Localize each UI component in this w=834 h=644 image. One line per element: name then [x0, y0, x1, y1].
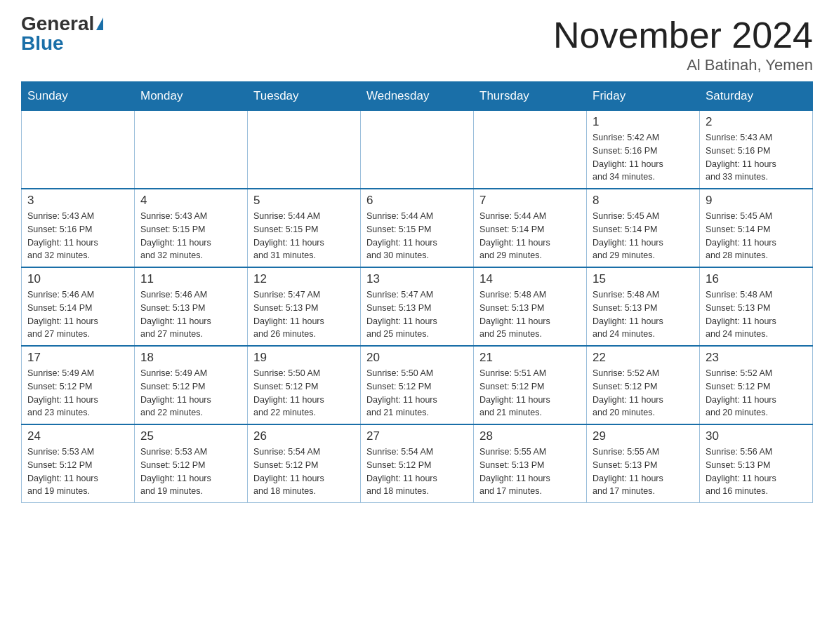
calendar-cell: 19Sunrise: 5:50 AM Sunset: 5:12 PM Dayli…: [248, 346, 361, 424]
calendar-cell: [248, 111, 361, 189]
day-number: 6: [366, 194, 468, 208]
day-info: Sunrise: 5:49 AM Sunset: 5:12 PM Dayligh…: [27, 367, 128, 420]
day-number: 5: [253, 194, 355, 208]
calendar-table: SundayMondayTuesdayWednesdayThursdayFrid…: [21, 81, 813, 503]
day-number: 20: [366, 351, 468, 365]
calendar-cell: 2Sunrise: 5:43 AM Sunset: 5:16 PM Daylig…: [700, 111, 813, 189]
day-info: Sunrise: 5:43 AM Sunset: 5:16 PM Dayligh…: [27, 210, 128, 262]
calendar-cell: 3Sunrise: 5:43 AM Sunset: 5:16 PM Daylig…: [22, 189, 135, 267]
day-number: 24: [27, 429, 128, 443]
calendar-cell: 10Sunrise: 5:46 AM Sunset: 5:14 PM Dayli…: [22, 267, 135, 346]
calendar-cell: 6Sunrise: 5:44 AM Sunset: 5:15 PM Daylig…: [361, 189, 474, 267]
day-number: 26: [253, 429, 355, 443]
location: Al Batinah, Yemen: [553, 56, 813, 74]
day-info: Sunrise: 5:53 AM Sunset: 5:12 PM Dayligh…: [140, 445, 241, 498]
logo-triangle-icon: [96, 18, 103, 30]
day-info: Sunrise: 5:44 AM Sunset: 5:15 PM Dayligh…: [366, 210, 468, 262]
day-info: Sunrise: 5:52 AM Sunset: 5:12 PM Dayligh…: [593, 367, 694, 420]
day-number: 16: [706, 272, 807, 286]
day-info: Sunrise: 5:47 AM Sunset: 5:13 PM Dayligh…: [253, 288, 355, 341]
weekday-header-monday: Monday: [135, 82, 248, 111]
calendar-cell: 5Sunrise: 5:44 AM Sunset: 5:15 PM Daylig…: [248, 189, 361, 267]
day-number: 21: [479, 351, 581, 365]
calendar-week-row: 1Sunrise: 5:42 AM Sunset: 5:16 PM Daylig…: [22, 111, 813, 189]
calendar-cell: 13Sunrise: 5:47 AM Sunset: 5:13 PM Dayli…: [361, 267, 474, 346]
day-info: Sunrise: 5:55 AM Sunset: 5:13 PM Dayligh…: [479, 445, 581, 498]
day-info: Sunrise: 5:52 AM Sunset: 5:12 PM Dayligh…: [706, 367, 807, 420]
day-number: 15: [593, 272, 694, 286]
calendar-cell: 21Sunrise: 5:51 AM Sunset: 5:12 PM Dayli…: [474, 346, 587, 424]
calendar-cell: 18Sunrise: 5:49 AM Sunset: 5:12 PM Dayli…: [135, 346, 248, 424]
day-info: Sunrise: 5:45 AM Sunset: 5:14 PM Dayligh…: [593, 210, 694, 262]
day-info: Sunrise: 5:51 AM Sunset: 5:12 PM Dayligh…: [479, 367, 581, 420]
calendar-header: SundayMondayTuesdayWednesdayThursdayFrid…: [22, 82, 813, 111]
calendar-cell: 16Sunrise: 5:48 AM Sunset: 5:13 PM Dayli…: [700, 267, 813, 346]
weekday-header-sunday: Sunday: [22, 82, 135, 111]
day-number: 22: [593, 351, 694, 365]
day-info: Sunrise: 5:48 AM Sunset: 5:13 PM Dayligh…: [593, 288, 694, 341]
calendar-cell: 30Sunrise: 5:56 AM Sunset: 5:13 PM Dayli…: [700, 424, 813, 503]
calendar-cell: 1Sunrise: 5:42 AM Sunset: 5:16 PM Daylig…: [587, 111, 700, 189]
weekday-header-tuesday: Tuesday: [248, 82, 361, 111]
day-info: Sunrise: 5:48 AM Sunset: 5:13 PM Dayligh…: [479, 288, 581, 341]
day-number: 12: [253, 272, 355, 286]
calendar-cell: 15Sunrise: 5:48 AM Sunset: 5:13 PM Dayli…: [587, 267, 700, 346]
day-info: Sunrise: 5:45 AM Sunset: 5:14 PM Dayligh…: [706, 210, 807, 262]
day-number: 2: [706, 115, 807, 129]
day-number: 30: [706, 429, 807, 443]
calendar-cell: [22, 111, 135, 189]
day-info: Sunrise: 5:46 AM Sunset: 5:14 PM Dayligh…: [27, 288, 128, 341]
calendar-week-row: 17Sunrise: 5:49 AM Sunset: 5:12 PM Dayli…: [22, 346, 813, 424]
day-info: Sunrise: 5:47 AM Sunset: 5:13 PM Dayligh…: [366, 288, 468, 341]
day-info: Sunrise: 5:43 AM Sunset: 5:16 PM Dayligh…: [706, 131, 807, 184]
page-header: General Blue November 2024 Al Batinah, Y…: [21, 14, 813, 74]
calendar-cell: 14Sunrise: 5:48 AM Sunset: 5:13 PM Dayli…: [474, 267, 587, 346]
calendar-cell: 7Sunrise: 5:44 AM Sunset: 5:14 PM Daylig…: [474, 189, 587, 267]
day-info: Sunrise: 5:50 AM Sunset: 5:12 PM Dayligh…: [253, 367, 355, 420]
calendar-cell: 29Sunrise: 5:55 AM Sunset: 5:13 PM Dayli…: [587, 424, 700, 503]
calendar-cell: 9Sunrise: 5:45 AM Sunset: 5:14 PM Daylig…: [700, 189, 813, 267]
weekday-row: SundayMondayTuesdayWednesdayThursdayFrid…: [22, 82, 813, 111]
day-number: 25: [140, 429, 241, 443]
calendar-cell: 20Sunrise: 5:50 AM Sunset: 5:12 PM Dayli…: [361, 346, 474, 424]
day-number: 4: [140, 194, 241, 208]
day-number: 8: [593, 194, 694, 208]
day-number: 17: [27, 351, 128, 365]
calendar-cell: [474, 111, 587, 189]
day-info: Sunrise: 5:43 AM Sunset: 5:15 PM Dayligh…: [140, 210, 241, 262]
calendar-cell: 17Sunrise: 5:49 AM Sunset: 5:12 PM Dayli…: [22, 346, 135, 424]
calendar-body: 1Sunrise: 5:42 AM Sunset: 5:16 PM Daylig…: [22, 111, 813, 503]
day-number: 18: [140, 351, 241, 365]
calendar-week-row: 10Sunrise: 5:46 AM Sunset: 5:14 PM Dayli…: [22, 267, 813, 346]
calendar-cell: 11Sunrise: 5:46 AM Sunset: 5:13 PM Dayli…: [135, 267, 248, 346]
calendar-cell: 12Sunrise: 5:47 AM Sunset: 5:13 PM Dayli…: [248, 267, 361, 346]
weekday-header-friday: Friday: [587, 82, 700, 111]
calendar-cell: 25Sunrise: 5:53 AM Sunset: 5:12 PM Dayli…: [135, 424, 248, 503]
month-title: November 2024: [553, 14, 813, 56]
day-info: Sunrise: 5:42 AM Sunset: 5:16 PM Dayligh…: [593, 131, 694, 184]
calendar-cell: 26Sunrise: 5:54 AM Sunset: 5:12 PM Dayli…: [248, 424, 361, 503]
day-info: Sunrise: 5:44 AM Sunset: 5:14 PM Dayligh…: [479, 210, 581, 262]
calendar-week-row: 3Sunrise: 5:43 AM Sunset: 5:16 PM Daylig…: [22, 189, 813, 267]
day-number: 10: [27, 272, 128, 286]
calendar-cell: [135, 111, 248, 189]
calendar-week-row: 24Sunrise: 5:53 AM Sunset: 5:12 PM Dayli…: [22, 424, 813, 503]
logo-general-text: General: [21, 14, 94, 34]
day-info: Sunrise: 5:50 AM Sunset: 5:12 PM Dayligh…: [366, 367, 468, 420]
day-info: Sunrise: 5:48 AM Sunset: 5:13 PM Dayligh…: [706, 288, 807, 341]
day-info: Sunrise: 5:55 AM Sunset: 5:13 PM Dayligh…: [593, 445, 694, 498]
day-info: Sunrise: 5:54 AM Sunset: 5:12 PM Dayligh…: [253, 445, 355, 498]
day-info: Sunrise: 5:46 AM Sunset: 5:13 PM Dayligh…: [140, 288, 241, 341]
day-number: 11: [140, 272, 241, 286]
day-number: 28: [479, 429, 581, 443]
calendar-cell: 22Sunrise: 5:52 AM Sunset: 5:12 PM Dayli…: [587, 346, 700, 424]
day-number: 13: [366, 272, 468, 286]
calendar-cell: 27Sunrise: 5:54 AM Sunset: 5:12 PM Dayli…: [361, 424, 474, 503]
weekday-header-saturday: Saturday: [700, 82, 813, 111]
calendar-cell: 28Sunrise: 5:55 AM Sunset: 5:13 PM Dayli…: [474, 424, 587, 503]
calendar-cell: 4Sunrise: 5:43 AM Sunset: 5:15 PM Daylig…: [135, 189, 248, 267]
day-number: 29: [593, 429, 694, 443]
calendar-cell: 8Sunrise: 5:45 AM Sunset: 5:14 PM Daylig…: [587, 189, 700, 267]
calendar-cell: 23Sunrise: 5:52 AM Sunset: 5:12 PM Dayli…: [700, 346, 813, 424]
day-number: 27: [366, 429, 468, 443]
